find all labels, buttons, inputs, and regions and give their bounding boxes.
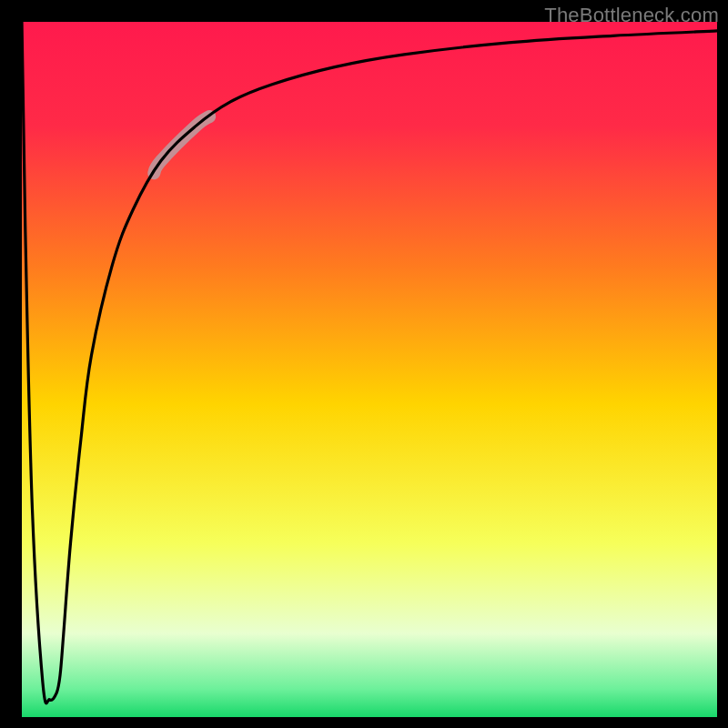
svg-rect-1 <box>22 22 717 717</box>
chart-container: TheBottleneck.com <box>0 0 728 728</box>
chart-svg <box>0 0 728 728</box>
watermark-text: TheBottleneck.com <box>544 4 719 27</box>
